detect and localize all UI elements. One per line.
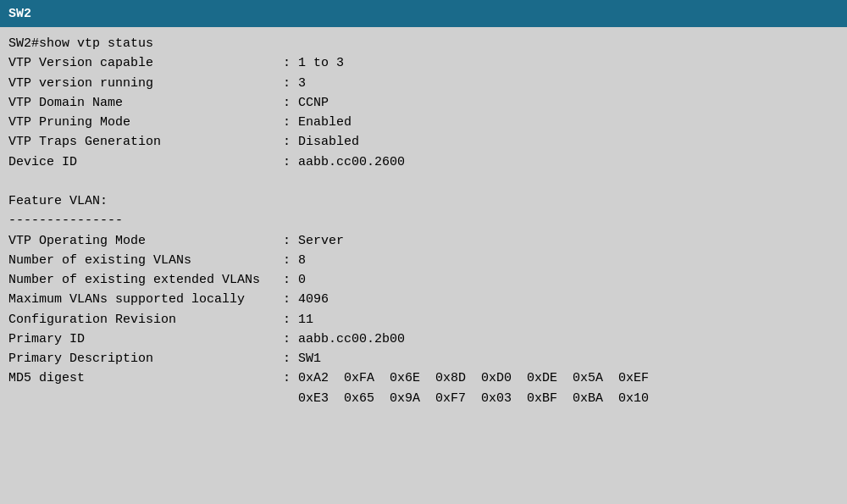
terminal-line: Device ID : aabb.cc00.2600 xyxy=(8,152,839,172)
terminal-line: VTP Pruning Mode : Enabled xyxy=(8,113,839,132)
terminal-body: SW2#show vtp statusVTP Version capable :… xyxy=(0,27,847,504)
title-bar: SW2 xyxy=(0,0,847,27)
terminal-line: MD5 digest : 0xA2 0xFA 0x6E 0x8D 0xD0 0x… xyxy=(8,368,839,388)
terminal-line: Feature VLAN: xyxy=(8,191,839,211)
terminal-line: VTP Traps Generation : Disabled xyxy=(8,132,839,152)
terminal-line: 0xE3 0x65 0x9A 0xF7 0x03 0xBF 0xBA 0x10 xyxy=(8,389,839,408)
terminal-line: Configuration Revision : 11 xyxy=(8,310,839,330)
terminal-line: --------------- xyxy=(8,211,839,230)
terminal-empty-line xyxy=(8,172,839,191)
terminal-line: Maximum VLANs supported locally : 4096 xyxy=(8,290,839,309)
terminal-line: Primary ID : aabb.cc00.2b00 xyxy=(8,330,839,349)
terminal-line: SW2#show vtp status xyxy=(8,34,839,53)
terminal-line: VTP version running : 3 xyxy=(8,74,839,93)
terminal-line: VTP Version capable : 1 to 3 xyxy=(8,53,839,73)
terminal-line: Number of existing extended VLANs : 0 xyxy=(8,270,839,290)
terminal-line: VTP Domain Name : CCNP xyxy=(8,93,839,113)
terminal-line: Number of existing VLANs : 8 xyxy=(8,251,839,270)
terminal-line: Primary Description : SW1 xyxy=(8,349,839,368)
title-label: SW2 xyxy=(8,7,31,21)
terminal-line: VTP Operating Mode : Server xyxy=(8,231,839,251)
